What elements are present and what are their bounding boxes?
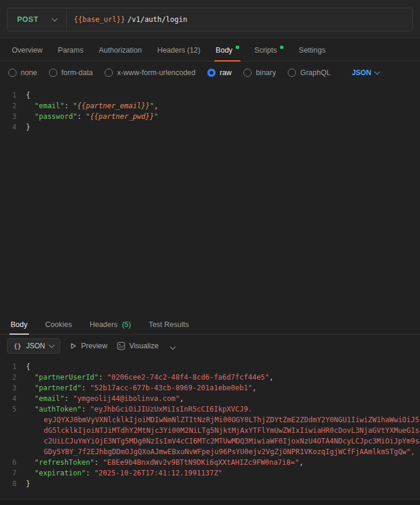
preview-button[interactable]: Preview xyxy=(70,342,107,350)
response-tab-test-results[interactable]: Test Results xyxy=(148,315,190,334)
line-number xyxy=(0,425,26,436)
play-icon xyxy=(70,342,77,349)
request-tab-scripts[interactable]: Scripts xyxy=(249,39,289,61)
json-braces-icon: {} xyxy=(14,342,21,350)
radio-selected-icon xyxy=(207,69,216,77)
radio-icon xyxy=(105,69,113,77)
code-text: "password": "{{partner_pwd}}" xyxy=(26,111,158,122)
response-tab-headers[interactable]: Headers (5) xyxy=(89,315,132,334)
toolbar-more-button[interactable] xyxy=(168,342,177,351)
code-text: } xyxy=(26,122,30,132)
api-client-window: POST {{base_url}} /v1/auth/login Overvie… xyxy=(0,0,420,505)
tab-label: Headers xyxy=(90,321,118,329)
request-tabs: OverviewParamsAuthorizationHeaders (12)B… xyxy=(0,39,420,61)
radio-icon xyxy=(49,69,57,77)
chevron-down-icon xyxy=(375,69,380,75)
tab-label: Settings xyxy=(299,46,325,54)
url-variable: {{base_url}} xyxy=(74,15,125,24)
body-type-graphql[interactable]: GraphQL xyxy=(288,69,330,77)
body-type-binary[interactable]: binary xyxy=(243,69,276,77)
request-tab-params[interactable]: Params xyxy=(52,39,89,61)
response-code-line: 6 "refreshToken": "E8Ee9b4BnxdWv2v9BTtN9… xyxy=(0,457,420,468)
tab-label: Body xyxy=(216,46,233,54)
line-number: 1 xyxy=(0,90,26,101)
line-number: 7 xyxy=(0,468,26,478)
code-text: } xyxy=(26,478,30,489)
url-path: /v1/auth/login xyxy=(128,15,187,24)
body-type-raw[interactable]: raw xyxy=(207,69,232,77)
line-number: 1 xyxy=(0,361,26,372)
tab-label: Cookies xyxy=(45,321,72,329)
line-number: 3 xyxy=(0,383,26,393)
request-code-line: 4} xyxy=(0,122,420,132)
request-bar: POST {{base_url}} /v1/auth/login xyxy=(0,0,420,39)
visualize-icon xyxy=(117,342,125,350)
response-code-line: 8} xyxy=(0,478,420,489)
chevron-down-icon xyxy=(170,344,175,349)
code-text: { xyxy=(26,90,30,101)
unsaved-changes-dot-icon xyxy=(280,46,284,49)
request-tab-settings[interactable]: Settings xyxy=(293,39,331,61)
status-bar xyxy=(0,499,420,505)
line-number: 4 xyxy=(0,393,26,404)
code-text: "expiration": "2025-10-26T17:41:12.19911… xyxy=(26,468,222,478)
tab-label: Overview xyxy=(12,46,43,54)
response-code-line: c2UiLCJuYmYiOjE3NTg5MDg0NzIsImV4cCI6MTc2… xyxy=(0,436,420,446)
response-toolbar: {} JSON Preview Visualize xyxy=(0,335,420,357)
response-body-viewer[interactable]: 1{2 "partnerUserId": "0206cee2-74c2-48f4… xyxy=(0,357,420,499)
response-code-line: 5 "authToken": "eyJhbGciOiJIUzUxMiIsInR5… xyxy=(0,404,420,415)
line-number: 4 xyxy=(0,122,26,132)
tab-label: Authorization xyxy=(99,46,142,54)
response-tab-cookies[interactable]: Cookies xyxy=(44,315,73,334)
tab-label: Body xyxy=(11,321,28,329)
body-type-label: raw xyxy=(220,69,232,77)
response-code-line: 3 "partnerId": "52b17acc-677b-43cb-8969-… xyxy=(0,383,420,393)
line-number: 3 xyxy=(0,111,26,122)
code-text: "partnerUserId": "0206cee2-74c2-48f4-8cd… xyxy=(26,372,274,383)
response-code-line: 4 "email": "ymgeolij44@ibolinva.com", xyxy=(0,393,420,404)
code-text: "partnerId": "52b17acc-677b-43cb-8969-20… xyxy=(26,383,256,393)
response-code-line: 2 "partnerUserId": "0206cee2-74c2-48f4-8… xyxy=(0,372,420,383)
code-text: eyJQYXJ0bmVyVXNlcklkIjoiMDIwNmNlZTItNzRj… xyxy=(26,415,419,425)
line-number xyxy=(0,446,26,457)
request-tab-overview[interactable]: Overview xyxy=(6,39,48,61)
response-code-line: GDy5YBY_7f2EJhbgDDmOJgQXoAJmwEBxuNvWFpej… xyxy=(0,446,420,457)
response-code-line: 1{ xyxy=(0,361,420,372)
request-body-editor[interactable]: 1{2 "email": "{{partner_email}}",3 "pass… xyxy=(0,84,420,315)
url-input[interactable]: {{base_url}} /v1/auth/login xyxy=(67,8,412,31)
response-code-line: eyJQYXJ0bmVyVXNlcklkIjoiMDIwNmNlZTItNzRj… xyxy=(0,415,420,425)
body-type-x-www-form-urlencoded[interactable]: x-www-form-urlencoded xyxy=(105,69,196,77)
line-number: 8 xyxy=(0,478,26,489)
code-text: "refreshToken": "E8Ee9b4BnxdWv2v9BTtN9DK… xyxy=(26,457,304,468)
code-text: dG5lcklkIjoiNTJiMTdhY2MtNjc3Yi00M2NiLTg5… xyxy=(26,425,420,436)
header-count-badge: (5) xyxy=(120,321,131,329)
visualize-button[interactable]: Visualize xyxy=(117,342,159,350)
body-type-form-data[interactable]: form-data xyxy=(49,69,93,77)
line-number xyxy=(0,436,26,446)
body-type-label: GraphQL xyxy=(300,69,330,77)
chevron-down-icon xyxy=(52,15,58,21)
request-tab-headers-12[interactable]: Headers (12) xyxy=(151,39,206,61)
body-type-none[interactable]: none xyxy=(8,69,37,77)
code-text: GDy5YBY_7f2EJhbgDDmOJgQXoAJmwEBxuNvWFpej… xyxy=(26,446,415,457)
line-number: 6 xyxy=(0,457,26,468)
request-code-line: 2 "email": "{{partner_email}}", xyxy=(0,101,420,111)
language-label: JSON xyxy=(352,69,372,77)
request-tab-body[interactable]: Body xyxy=(210,39,245,61)
body-type-row: noneform-datax-www-form-urlencodedrawbin… xyxy=(0,61,420,84)
language-selector[interactable]: JSON xyxy=(352,69,380,77)
tab-label: Headers (12) xyxy=(157,46,200,54)
body-type-label: none xyxy=(21,69,37,77)
response-tab-body[interactable]: Body xyxy=(9,315,29,334)
tab-label: Scripts xyxy=(255,46,277,54)
code-text: "email": "ymgeolij44@ibolinva.com", xyxy=(26,393,184,404)
response-format-dropdown[interactable]: {} JSON xyxy=(7,338,60,354)
request-code-line: 3 "password": "{{partner_pwd}}" xyxy=(0,111,420,122)
line-number: 2 xyxy=(0,101,26,111)
request-tab-authorization[interactable]: Authorization xyxy=(93,39,148,61)
code-text: c2UiLCJuYmYiOjE3NTg5MDg0NzIsImV4cCI6MTc2… xyxy=(26,436,420,446)
preview-label: Preview xyxy=(81,342,107,350)
method-selector[interactable]: POST xyxy=(8,8,66,31)
request-url-box: POST {{base_url}} /v1/auth/login xyxy=(7,8,413,31)
line-number: 2 xyxy=(0,372,26,383)
